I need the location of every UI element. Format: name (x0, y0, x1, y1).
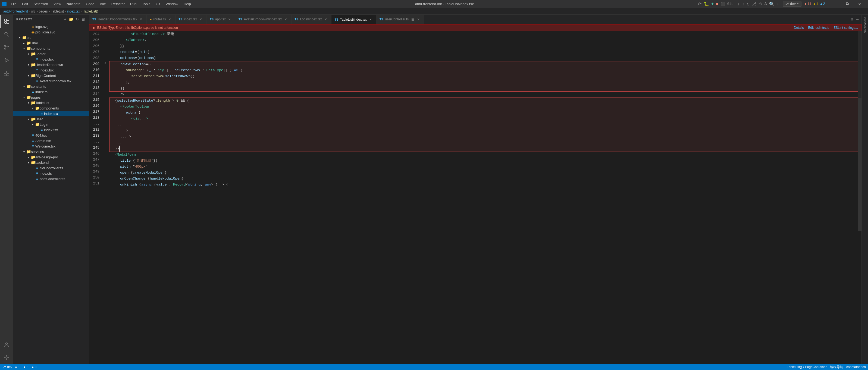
info-count[interactable]: ▲ 2 (820, 2, 825, 6)
menu-navigate[interactable]: Navigate (64, 1, 83, 6)
tree-item-filecontroller[interactable]: ≡ fileController.ts (13, 165, 89, 171)
translate-icon[interactable]: A (764, 2, 767, 6)
tab-app-tsx[interactable]: TS app.tsx × (207, 15, 235, 24)
tree-item-headerdropdown-index[interactable]: ≡ index.tsx (13, 67, 89, 73)
status-codefather-cn[interactable]: codefather.cn (846, 365, 866, 369)
split-editor-icon[interactable]: ⊞ (850, 16, 854, 23)
activity-debug[interactable] (0, 54, 13, 67)
menu-tools[interactable]: Tools (140, 1, 152, 6)
activity-search[interactable] (0, 28, 13, 41)
code-editor[interactable]: <PlusOutlined /> 新建 </Button>, }} reques… (108, 31, 858, 364)
activity-settings[interactable] (0, 351, 13, 364)
error-count[interactable]: ● 11 (805, 2, 811, 6)
menu-window[interactable]: Window (163, 1, 180, 6)
tree-item-components[interactable]: ▾ 📁 components (13, 45, 89, 51)
maximize-button[interactable]: ⧉ (841, 0, 853, 8)
tab-login-index[interactable]: TS Login\index.tsx × (291, 15, 332, 24)
menu-vue[interactable]: Vue (97, 1, 108, 6)
tree-item-src[interactable]: ▾ 📁 src (13, 35, 89, 40)
tree-item-constants[interactable]: ▾ 📁 constants (13, 84, 89, 89)
tree-item-services[interactable]: ▾ 📁 services (13, 149, 89, 154)
activity-explorer[interactable] (0, 15, 13, 28)
stop-icon[interactable]: ⬛ (720, 2, 725, 6)
warning-count[interactable]: ▲ 1 (813, 2, 818, 6)
tree-item-backend[interactable]: ▾ 📁 backend (13, 160, 89, 165)
menu-refactor[interactable]: Refactor (109, 1, 127, 6)
tree-item-footer[interactable]: ▾ 📁 Footer (13, 51, 89, 57)
status-errors[interactable]: ● 11 ▲ 1 ▲ 2 (15, 365, 37, 369)
activity-account[interactable] (0, 338, 13, 351)
tree-item-login[interactable]: ▾ 📁 Login (13, 122, 89, 127)
activity-extensions[interactable] (0, 67, 13, 80)
tab-close-tablelist[interactable]: × (368, 18, 373, 22)
tree-item-404[interactable]: ≡ 404.tsx (13, 132, 89, 138)
minimize-button[interactable]: — (828, 0, 841, 8)
menu-selection[interactable]: Selection (31, 1, 50, 6)
tab-close-headerdropdown[interactable]: × (139, 17, 143, 22)
error-details-link[interactable]: Details (794, 26, 804, 30)
tab-close-usercontroller[interactable]: × (416, 17, 421, 22)
tree-item-tablelist-index[interactable]: ≡ index.tsx (13, 111, 89, 116)
tab-avatardropdown-index[interactable]: TS AvatarDropdown\index.tsx × (235, 15, 291, 24)
breadcrumb-pages[interactable]: pages (39, 9, 48, 13)
more-tabs-icon[interactable]: ⋯ (856, 16, 859, 23)
tab-routes[interactable]: ● routes.ts × (147, 15, 176, 24)
tree-item-ant-design-pro[interactable]: ▸ 📁 ant-design-pro (13, 154, 89, 160)
git-sync-icon[interactable]: ↻ (747, 1, 749, 7)
breadcrumb-src[interactable]: src (31, 9, 36, 13)
tree-item-pages[interactable]: ▾ 📁 pages (13, 95, 89, 100)
tab-close-login[interactable]: × (323, 17, 328, 22)
tree-item-pro-icon-svg[interactable]: ◈ pro_icon.svg (13, 29, 89, 35)
breadcrumb-project[interactable]: antd-frontend-init (3, 9, 28, 13)
tree-item-welcome[interactable]: ≡ Welcome.tsx (13, 144, 89, 149)
search-icon[interactable]: 🔍 (769, 1, 775, 7)
breadcrumb-function[interactable]: TableList() (83, 9, 98, 13)
error-edit-eslintrc-link[interactable]: Edit .eslintrc.js (808, 26, 829, 30)
status-breadcrumb[interactable]: TableList() › PageContainer (787, 365, 827, 369)
tree-item-user[interactable]: ▾ 📁 User (13, 116, 89, 122)
tree-item-tablelist-components[interactable]: ▾ 📁 components (13, 105, 89, 111)
tab-close-avatar[interactable]: × (284, 17, 288, 22)
menu-file[interactable]: File (9, 1, 19, 6)
sync-icon[interactable]: ⟳ (698, 1, 702, 7)
minimap-slider[interactable] (858, 98, 862, 231)
minimap[interactable] (858, 31, 862, 364)
menu-help[interactable]: Help (182, 1, 193, 6)
collapse-icon[interactable]: ⊟ (81, 17, 86, 22)
menu-run[interactable]: Run (128, 1, 139, 6)
notifications-label[interactable]: Notifications (863, 15, 867, 35)
debug-icon[interactable]: 🐛 (704, 1, 709, 7)
tree-item-footer-index[interactable]: ≡ index.tsx (13, 57, 89, 62)
tab-tablelist-index[interactable]: TS TableList\index.tsx × (332, 15, 376, 24)
tree-item-logo-svg[interactable]: ◈ logo.svg (13, 24, 89, 29)
tab-index-tsx[interactable]: TS index.tsx × (176, 15, 207, 24)
tab-close-routes[interactable]: × (167, 17, 172, 22)
menu-view[interactable]: View (51, 1, 63, 6)
tree-item-avatardropdown[interactable]: ≡ AvatarDropdown.tsx (13, 78, 89, 84)
tree-item-admin[interactable]: ≡ Admin.tsx (13, 138, 89, 144)
breadcrumb-file[interactable]: index.tsx (67, 9, 80, 13)
git-up-icon[interactable]: ↑ (742, 2, 745, 6)
tree-item-postcontroller[interactable]: ≡ postController.ts (13, 176, 89, 182)
tree-item-headerdropdown[interactable]: ▾ 📁 HeaderDropdown (13, 62, 89, 67)
tab-close-app[interactable]: × (227, 17, 232, 22)
breadcrumb-tablelist[interactable]: TableList (51, 9, 64, 13)
new-file-icon[interactable]: + (63, 17, 68, 22)
add-icon[interactable]: + (711, 2, 714, 6)
git-branch-icon[interactable]: ⎇ (751, 1, 756, 7)
refresh-icon[interactable]: ↻ (75, 17, 80, 22)
tree-item-login-index[interactable]: ≡ index.tsx (13, 127, 89, 132)
tab-close-index[interactable]: × (198, 17, 203, 22)
menu-git[interactable]: Git (154, 1, 162, 6)
menu-edit[interactable]: Edit (20, 1, 30, 6)
tree-item-rightcontent[interactable]: ▾ 📁 RightContent (13, 73, 89, 78)
tree-item-constants-index[interactable]: ≡ index.ts (13, 89, 89, 95)
tree-item-backend-index[interactable]: ≡ index.ts (13, 171, 89, 176)
tree-item-umi[interactable]: ▸ 📁 .umi (13, 40, 89, 45)
git-down-icon[interactable]: ↓ (737, 2, 740, 6)
tab-usercontroller[interactable]: TS userController.ts ⊞ × (376, 15, 424, 24)
code-container[interactable]: 204 205 206 207 208 209 210 211 212 213 … (89, 31, 862, 364)
tree-item-tablelist[interactable]: ▾ 📁 TableList (13, 100, 89, 105)
menu-code[interactable]: Code (84, 1, 96, 6)
tab-pin-icon[interactable]: ⊞ (411, 17, 414, 22)
